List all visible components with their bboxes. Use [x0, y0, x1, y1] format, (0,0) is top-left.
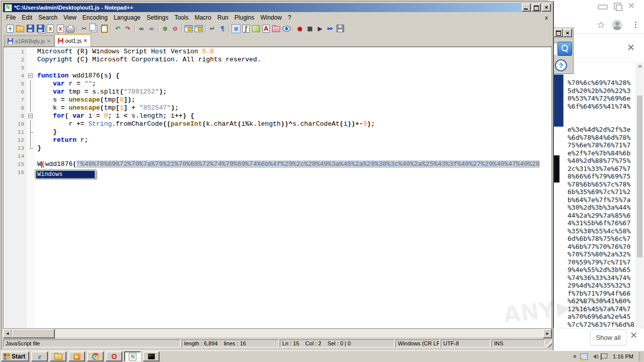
- volume-icon[interactable]: )): [591, 354, 598, 359]
- redo-icon[interactable]: ↷: [123, 24, 132, 33]
- function-list-icon[interactable]: ƒ: [242, 24, 251, 33]
- taskbar-app-notepad-plus-plus[interactable]: N: [124, 351, 141, 361]
- taskbar-app-internet-explorer[interactable]: e: [31, 351, 48, 361]
- horizontal-scrollbar[interactable]: ◄ ►: [3, 329, 552, 337]
- menu-item-encoding[interactable]: Encoding: [79, 14, 111, 22]
- resize-grip[interactable]: [546, 339, 552, 347]
- undo-icon[interactable]: ↶: [113, 24, 122, 33]
- status-bar: JavaScript file length : 6,894 lines : 1…: [3, 338, 552, 348]
- menu-item-macro[interactable]: Macro: [192, 14, 214, 22]
- close-document-icon[interactable]: x: [46, 24, 55, 33]
- menu-item-window[interactable]: Window: [257, 14, 285, 22]
- new-file-icon[interactable]: +: [6, 24, 15, 33]
- maximize-icon[interactable]: [532, 4, 541, 12]
- scroll-left-icon[interactable]: ◄: [3, 329, 12, 338]
- code-line-5: 5 var r = "";: [4, 80, 551, 88]
- start-button[interactable]: Start: [1, 351, 29, 361]
- copy-icon[interactable]: [90, 24, 99, 33]
- folder-as-workspace-icon[interactable]: [272, 24, 281, 33]
- hscroll-thumb[interactable]: [12, 329, 55, 338]
- document-map-icon[interactable]: [252, 24, 261, 33]
- scroll-right-icon[interactable]: ►: [543, 329, 552, 338]
- taskbar-clock[interactable]: 1:16 PM: [611, 353, 635, 359]
- menu-item-tools[interactable]: Tools: [172, 14, 192, 22]
- scrollbar-up-icon[interactable]: [637, 64, 642, 67]
- cut-icon[interactable]: ✂: [79, 24, 89, 33]
- paste-icon[interactable]: [100, 24, 109, 33]
- zoom-out-icon[interactable]: ⊖: [171, 24, 180, 33]
- window-title: *C:\Users\admin\Desktop\out1.js - Notepa…: [14, 5, 133, 11]
- show-all-characters-icon[interactable]: ¶: [218, 24, 227, 33]
- taskbar-app-opera[interactable]: O: [106, 351, 122, 361]
- zoom-in-icon[interactable]: ⊕: [160, 24, 170, 33]
- notification-close-icon[interactable]: ✕: [630, 330, 637, 341]
- taskbar-app-explorer-folder[interactable]: [50, 351, 66, 361]
- taskbar-app-media-player[interactable]: ▶: [68, 351, 85, 361]
- menu-item-run[interactable]: Run: [214, 14, 231, 22]
- save-icon[interactable]: [26, 24, 35, 33]
- title-bar[interactable]: *C:\Users\admin\Desktop\out1.js - Notepa…: [3, 3, 552, 12]
- taskbar-app-chrome[interactable]: [87, 351, 104, 361]
- tab-bar: s1RKBqfy.js ✕ out1.js ✕: [3, 35, 552, 47]
- findbar-close-icon[interactable]: ✕: [627, 42, 635, 53]
- tab-close-icon[interactable]: ✕: [84, 38, 88, 43]
- utility-close-icon[interactable]: ✕: [563, 29, 572, 37]
- code-line-4: 4function wdd1876(s) {: [4, 72, 551, 80]
- encoded-text-content: %70%6c%69%74%28%5d%20%2b%20%22%30%53%74%…: [568, 79, 644, 336]
- close-icon[interactable]: ✕: [542, 4, 551, 12]
- open-file-icon[interactable]: [16, 24, 25, 33]
- show-all-button[interactable]: Show all: [590, 329, 626, 345]
- search-magnifier-icon[interactable]: [557, 42, 572, 56]
- scrollbar-thumb[interactable]: [637, 96, 642, 257]
- menu-item-file[interactable]: File: [3, 14, 19, 22]
- browser-restore-icon[interactable]: [614, 3, 621, 10]
- find-icon[interactable]: ∞: [137, 24, 146, 33]
- word-wrap-icon[interactable]: ↵: [208, 24, 217, 33]
- hidden-icons-chevron[interactable]: »: [572, 355, 579, 358]
- save-macro-icon[interactable]: [336, 24, 345, 33]
- browser-close-icon[interactable]: ✕: [628, 1, 634, 11]
- tab-s1RKBqfy[interactable]: s1RKBqfy.js ✕: [4, 35, 54, 46]
- save-all-icon[interactable]: [36, 24, 45, 33]
- autocomplete-popup[interactable]: Windows: [35, 169, 96, 178]
- synchronize-vertical-icon[interactable]: [184, 24, 193, 33]
- status-eol-format[interactable]: Windows (CR LF): [395, 339, 440, 347]
- browser-menu-icon[interactable]: ⋮: [632, 20, 639, 29]
- indent-guide-icon[interactable]: ≡: [231, 24, 240, 33]
- document-list-icon[interactable]: A: [262, 24, 271, 33]
- profile-avatar[interactable]: [612, 20, 622, 30]
- run-macro-multiple-icon[interactable]: ▶▶: [326, 24, 335, 33]
- code-editor[interactable]: 1Microsoft (R) Windows Script Host Versi…: [3, 47, 552, 329]
- browser-minimize-icon[interactable]: [598, 5, 608, 10]
- tab-close-icon[interactable]: ✕: [47, 39, 51, 44]
- replace-icon[interactable]: ∞: [147, 24, 156, 33]
- menu-item-view[interactable]: View: [60, 14, 79, 22]
- menubar-close-icon[interactable]: x: [545, 15, 548, 21]
- stop-recording-icon[interactable]: ■: [305, 24, 314, 33]
- bookmark-star-icon[interactable]: ☆: [597, 19, 605, 31]
- print-icon[interactable]: [66, 24, 75, 33]
- synchronize-horizontal-icon[interactable]: [194, 24, 203, 33]
- minimize-icon[interactable]: [522, 4, 531, 12]
- menu-item-search[interactable]: Search: [35, 14, 60, 22]
- status-insert-mode[interactable]: INS: [492, 339, 545, 347]
- media-player-icon: ▶: [73, 353, 80, 360]
- menu-item-plugins[interactable]: Plugins: [231, 14, 257, 22]
- taskbar-app-cmd[interactable]: C:\: [143, 351, 159, 361]
- file-monitoring-icon[interactable]: [282, 24, 291, 33]
- utility-maximize-icon[interactable]: [554, 29, 563, 37]
- status-encoding[interactable]: UTF-8: [441, 339, 491, 347]
- menu-item-edit[interactable]: Edit: [19, 14, 35, 22]
- network-status-icon[interactable]: [580, 353, 588, 360]
- tab-out1[interactable]: out1.js ✕: [54, 34, 91, 47]
- autocomplete-item-windows[interactable]: Windows: [36, 170, 95, 178]
- playback-macro-icon[interactable]: ▶: [315, 24, 325, 33]
- help-icon[interactable]: ?: [555, 59, 567, 71]
- menu-item-help[interactable]: ?: [285, 14, 294, 22]
- menu-item-settings[interactable]: Settings: [143, 14, 171, 22]
- show-desktop-button[interactable]: [639, 352, 643, 361]
- close-all-documents-icon[interactable]: x: [56, 24, 65, 33]
- action-center-flag-icon[interactable]: [602, 353, 608, 358]
- menu-item-language[interactable]: Language: [111, 14, 143, 22]
- start-recording-icon[interactable]: ●: [295, 24, 304, 33]
